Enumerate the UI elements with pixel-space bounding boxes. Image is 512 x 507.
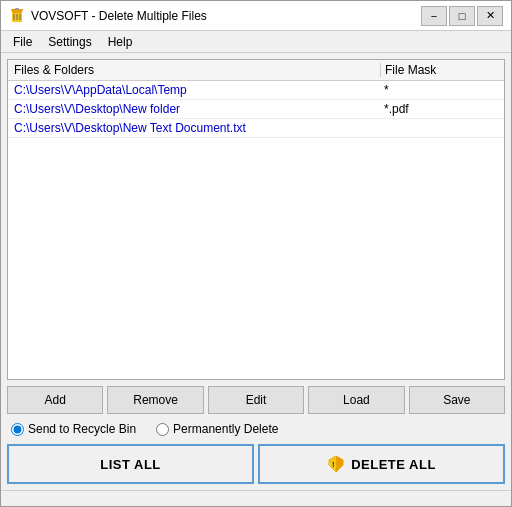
minimize-button[interactable]: −: [421, 6, 447, 26]
menu-settings[interactable]: Settings: [40, 33, 99, 50]
radio-row: Send to Recycle Bin Permanently Delete: [7, 420, 505, 438]
table-row[interactable]: C:\Users\V\Desktop\New Text Document.txt: [8, 119, 504, 138]
cell-files-0: C:\Users\V\AppData\Local\Temp: [12, 83, 380, 97]
main-window: VOVSOFT - Delete Multiple Files − □ ✕ Fi…: [0, 0, 512, 507]
delete-all-button[interactable]: ! DELETE ALL: [258, 444, 505, 484]
shield-icon: !: [327, 455, 345, 473]
list-all-button[interactable]: LIST ALL: [7, 444, 254, 484]
list-all-label: LIST ALL: [100, 457, 161, 472]
recycle-bin-option[interactable]: Send to Recycle Bin: [11, 422, 136, 436]
title-bar: VOVSOFT - Delete Multiple Files − □ ✕: [1, 1, 511, 31]
remove-button[interactable]: Remove: [107, 386, 203, 414]
save-button[interactable]: Save: [409, 386, 505, 414]
svg-marker-9: [336, 456, 343, 472]
cell-mask-2: [380, 121, 500, 135]
table-row[interactable]: C:\Users\V\AppData\Local\Temp *: [8, 81, 504, 100]
svg-text:!: !: [332, 460, 335, 469]
menu-help[interactable]: Help: [100, 33, 141, 50]
cell-mask-1: *.pdf: [380, 102, 500, 116]
table-row[interactable]: C:\Users\V\Desktop\New folder *.pdf: [8, 100, 504, 119]
window-title: VOVSOFT - Delete Multiple Files: [31, 9, 207, 23]
action-row: LIST ALL ! DELETE ALL: [7, 444, 505, 484]
col-files-header: Files & Folders: [12, 63, 380, 77]
file-table: Files & Folders File Mask C:\Users\V\App…: [7, 59, 505, 380]
menu-bar: File Settings Help: [1, 31, 511, 53]
title-bar-controls: − □ ✕: [421, 6, 503, 26]
cell-files-1: C:\Users\V\Desktop\New folder: [12, 102, 380, 116]
svg-rect-6: [15, 8, 19, 10]
permanently-delete-radio[interactable]: [156, 423, 169, 436]
maximize-button[interactable]: □: [449, 6, 475, 26]
main-area: Files & Folders File Mask C:\Users\V\App…: [1, 53, 511, 490]
cell-mask-0: *: [380, 83, 500, 97]
edit-button[interactable]: Edit: [208, 386, 304, 414]
menu-file[interactable]: File: [5, 33, 40, 50]
table-body: C:\Users\V\AppData\Local\Temp * C:\Users…: [8, 81, 504, 138]
permanently-delete-option[interactable]: Permanently Delete: [156, 422, 278, 436]
button-row: Add Remove Edit Load Save: [7, 386, 505, 414]
table-header: Files & Folders File Mask: [8, 60, 504, 81]
close-button[interactable]: ✕: [477, 6, 503, 26]
cell-files-2: C:\Users\V\Desktop\New Text Document.txt: [12, 121, 380, 135]
recycle-bin-radio[interactable]: [11, 423, 24, 436]
status-bar: [1, 490, 511, 506]
svg-rect-2: [12, 11, 22, 13]
title-bar-left: VOVSOFT - Delete Multiple Files: [9, 8, 207, 24]
permanently-delete-label: Permanently Delete: [173, 422, 278, 436]
recycle-bin-label: Send to Recycle Bin: [28, 422, 136, 436]
load-button[interactable]: Load: [308, 386, 404, 414]
col-mask-header: File Mask: [380, 63, 500, 77]
add-button[interactable]: Add: [7, 386, 103, 414]
delete-all-label: DELETE ALL: [351, 457, 436, 472]
app-icon: [9, 8, 25, 24]
